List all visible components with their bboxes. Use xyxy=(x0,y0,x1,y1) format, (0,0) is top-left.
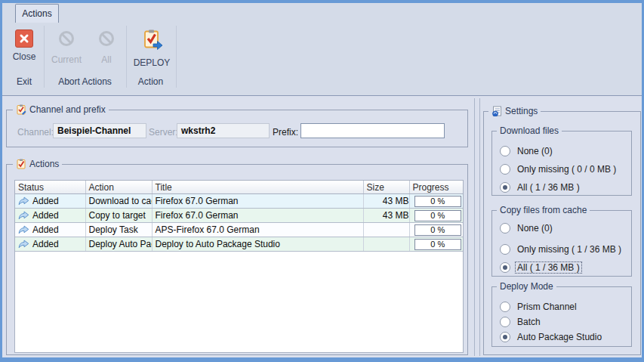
ribbon-group-label-exit: Exit xyxy=(5,76,43,87)
radio-label: Auto Package Studio xyxy=(516,332,603,342)
clipboard-check-icon xyxy=(16,159,26,169)
added-arrow-icon xyxy=(18,211,29,220)
cell-size: 43 MB xyxy=(363,194,409,209)
added-arrow-icon xyxy=(18,240,29,249)
added-arrow-icon xyxy=(18,196,29,206)
tab-actions[interactable]: Actions xyxy=(15,4,59,23)
close-button[interactable]: Close xyxy=(6,24,42,79)
radio-label: All ( 1 / 36 MB ) xyxy=(516,182,581,193)
added-arrow-icon xyxy=(18,225,29,234)
settings-doc-icon xyxy=(491,106,502,116)
radio-icon xyxy=(500,223,510,234)
radio-copy-none[interactable]: None (0) xyxy=(500,222,554,234)
channel-and-prefix-title: Channel and prefix xyxy=(29,104,106,115)
radio-icon xyxy=(500,182,510,193)
abort-current-button: Current xyxy=(47,24,86,79)
deploy-button[interactable]: DEPLOY xyxy=(128,24,175,79)
radio-icon xyxy=(500,317,510,327)
actions-groupbox: Actions Status Action Title Size Progres… xyxy=(6,164,468,355)
radio-label: Batch xyxy=(516,317,542,327)
radio-label: Only missing ( 0 / 0 MB ) xyxy=(516,164,618,175)
window-frame: Actions Close Current xyxy=(2,3,642,357)
cell-title: Deploy to Auto Package Studio xyxy=(152,237,363,252)
close-button-label: Close xyxy=(13,51,36,62)
radio-copy-all[interactable]: All ( 1 / 36 MB ) xyxy=(500,261,581,273)
table-row[interactable]: Added Copy to target Firefox 67.0 German… xyxy=(15,209,463,223)
table-row[interactable]: Added Deploy Auto Pack Deploy to Auto Pa… xyxy=(15,237,463,252)
cell-size: 43 MB xyxy=(363,209,409,223)
cell-progress: 0 % xyxy=(409,237,463,252)
radio-label: All ( 1 / 36 MB ) xyxy=(516,262,581,273)
table-row[interactable]: Added Download to cach Firefox 67.0 Germ… xyxy=(15,194,463,209)
column-header-progress[interactable]: Progress xyxy=(409,181,463,194)
table-row[interactable]: Added Deploy Task APS-Firefox 67.0 Germa… xyxy=(15,223,463,237)
abort-all-label: All xyxy=(101,54,111,65)
channel-field: Beispiel-Channel xyxy=(53,123,146,138)
cell-status: Added xyxy=(15,237,85,252)
status-text: Added xyxy=(32,196,59,206)
progress-bar: 0 % xyxy=(414,224,462,236)
radio-label: None (0) xyxy=(516,146,554,156)
column-header-action[interactable]: Action xyxy=(85,181,152,194)
radio-icon xyxy=(500,262,510,273)
radio-batch[interactable]: Batch xyxy=(500,316,542,327)
cell-action: Deploy Task xyxy=(85,223,152,237)
server-field: wkstrh2 xyxy=(177,123,270,138)
content-area: Channel and prefix Channel: Beispiel-Cha… xyxy=(2,96,642,357)
status-text: Added xyxy=(32,210,59,221)
cell-title: Firefox 67.0 German xyxy=(152,209,363,223)
cell-action: Download to cach xyxy=(85,194,152,209)
radio-auto-package-studio[interactable]: Auto Package Studio xyxy=(500,331,603,342)
cell-status: Added xyxy=(15,223,85,237)
abort-all-button: All xyxy=(88,24,125,79)
prefix-input[interactable] xyxy=(300,123,445,138)
download-files-groupbox: Download files None (0) Only missing ( 0… xyxy=(491,131,632,196)
prefix-label: Prefix: xyxy=(273,127,298,138)
copy-files-groupbox: Copy files from cache None (0) Only miss… xyxy=(491,210,632,277)
prohibition-icon xyxy=(57,29,75,51)
cell-title: Firefox 67.0 German xyxy=(152,194,363,209)
radio-label: Prism Channel xyxy=(516,302,578,312)
radio-download-all[interactable]: All ( 1 / 36 MB ) xyxy=(500,181,581,193)
deploy-mode-legend: Deploy Mode xyxy=(497,280,556,292)
status-text: Added xyxy=(32,224,59,235)
close-icon xyxy=(15,29,33,48)
copy-files-title: Copy files from cache xyxy=(500,205,587,215)
cell-action: Deploy Auto Pack xyxy=(85,237,152,252)
settings-legend: Settings xyxy=(488,105,541,117)
actions-legend: Actions xyxy=(13,158,62,170)
radio-icon xyxy=(500,302,510,312)
progress-bar: 0 % xyxy=(414,210,462,221)
status-text: Added xyxy=(32,239,59,249)
radio-icon xyxy=(500,332,510,342)
cell-title: APS-Firefox 67.0 German xyxy=(152,223,363,237)
actions-table: Status Action Title Size Progress xyxy=(14,180,464,353)
radio-download-only-missing[interactable]: Only missing ( 0 / 0 MB ) xyxy=(500,163,618,175)
application-window: Actions Close Current xyxy=(0,0,644,362)
radio-prism-channel[interactable]: Prism Channel xyxy=(500,301,578,312)
prohibition-icon xyxy=(97,29,116,51)
cell-progress: 0 % xyxy=(409,209,463,223)
actions-title: Actions xyxy=(29,159,59,169)
copy-files-legend: Copy files from cache xyxy=(497,204,590,216)
cell-action: Copy to target xyxy=(85,209,152,223)
channel-and-prefix-groupbox: Channel and prefix Channel: Beispiel-Cha… xyxy=(6,110,468,147)
abort-current-label: Current xyxy=(51,54,82,65)
radio-download-none[interactable]: None (0) xyxy=(500,145,554,156)
progress-bar: 0 % xyxy=(414,196,462,207)
progress-bar: 0 % xyxy=(414,239,462,250)
cell-progress: 0 % xyxy=(409,223,463,237)
deploy-mode-groupbox: Deploy Mode Prism Channel Batch Auto Pac… xyxy=(491,286,632,347)
radio-copy-only-missing[interactable]: Only missing ( 1 / 36 MB ) xyxy=(500,243,623,255)
table-header-row: Status Action Title Size Progress xyxy=(15,181,463,194)
column-header-size[interactable]: Size xyxy=(363,181,409,194)
settings-title: Settings xyxy=(505,106,538,116)
cell-size xyxy=(363,223,409,237)
channel-label: Channel: xyxy=(17,127,54,138)
column-header-title[interactable]: Title xyxy=(152,181,363,194)
cell-progress: 0 % xyxy=(409,194,463,209)
panel-splitter[interactable] xyxy=(474,98,480,356)
radio-label: None (0) xyxy=(516,223,554,234)
column-header-status[interactable]: Status xyxy=(15,181,85,194)
ribbon-separator xyxy=(176,26,177,88)
